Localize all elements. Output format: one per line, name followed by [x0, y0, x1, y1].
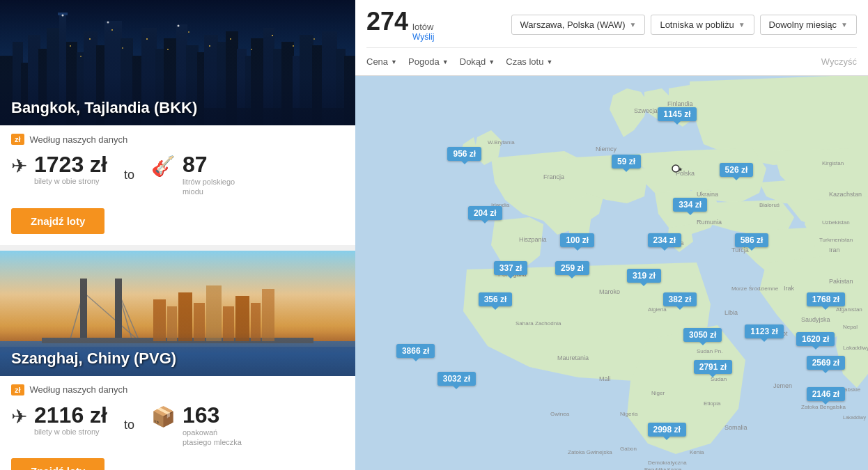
price-bubble-p21[interactable]: 3866 zł [396, 344, 435, 358]
shanghai-price-value: 2116 zł [34, 404, 107, 426]
month-dropdown-arrow: ▼ [841, 21, 848, 29]
origin-dropdown-arrow: ▼ [630, 21, 637, 29]
svg-text:Turkmenistan: Turkmenistan [819, 237, 853, 243]
price-bubble-p2[interactable]: 1145 zł [658, 107, 696, 121]
price-bubble-p6[interactable]: 334 zł [673, 198, 707, 212]
to-text-bangkok: to [124, 168, 134, 182]
svg-text:Turcja: Turcja [731, 246, 749, 253]
svg-text:Iran: Iran [829, 246, 840, 253]
svg-text:Afganistan: Afganistan [836, 306, 862, 313]
price-bubble-p5[interactable]: 204 zł [468, 206, 502, 220]
flights-label-text: lotów [412, 22, 434, 32]
price-bubble-p1[interactable]: 956 zł [447, 147, 481, 161]
svg-text:Jemen: Jemen [773, 382, 792, 389]
price-bubble-p12[interactable]: 319 zł [627, 269, 661, 283]
svg-text:Ukraina: Ukraina [697, 191, 718, 198]
price-bubble-p23[interactable]: 2146 zł [807, 387, 845, 401]
svg-text:Rumunia: Rumunia [697, 219, 722, 226]
month-dropdown[interactable]: Dowolny miesiąc ▼ [760, 15, 857, 35]
price-bubble-p9[interactable]: 586 zł [735, 233, 769, 247]
price-bubble-p11[interactable]: 259 zł [555, 261, 589, 275]
flights-count: 274 lotów Wyślij [366, 7, 434, 42]
price-bubble-p19[interactable]: 2569 zł [807, 356, 845, 370]
svg-text:Finlandia: Finlandia [667, 100, 693, 107]
price-bubble-p13[interactable]: 356 zł [479, 292, 513, 306]
filter-czas-lotu[interactable]: Czas lotu ▼ [506, 54, 564, 70]
svg-text:Kirgistan: Kirgistan [822, 160, 844, 166]
filter-dokad[interactable]: Dokąd ▼ [460, 54, 506, 70]
price-bubble-p8[interactable]: 234 zł [648, 233, 682, 247]
svg-text:Sahara Zachodnia: Sahara Zachodnia [516, 320, 561, 327]
svg-text:Uzbekistan: Uzbekistan [822, 219, 850, 226]
honey-icon: 🎸 [151, 155, 176, 178]
bangkok-price-info: 1723 zł bilety w obie strony [34, 153, 107, 185]
month-dropdown-label: Dowolny miesiąc [769, 19, 837, 30]
bangkok-badge: zł [11, 134, 24, 145]
svg-text:Szwecja: Szwecja [634, 107, 658, 114]
svg-text:Zatoka Bengalska: Zatoka Bengalska [801, 404, 846, 410]
price-bubble-p15[interactable]: 3050 zł [683, 328, 722, 342]
shanghai-price-sub: bilety w obie strony [34, 428, 107, 436]
svg-text:Kenia: Kenia [690, 449, 704, 455]
price-bubble-p17[interactable]: 1768 zł [807, 292, 845, 306]
left-panel: Bangkok, Tajlandia (BKK) zł Według naszy… [0, 0, 355, 470]
filter-pogoda[interactable]: Pogoda ▼ [408, 54, 460, 70]
svg-text:Hiszpania: Hiszpania [519, 236, 547, 243]
clear-button[interactable]: Wyczyść [821, 54, 857, 70]
shanghai-card-body: zł Według naszych danych ✈ 2116 zł bilet… [0, 376, 355, 470]
bangkok-price-sub: bilety w obie strony [34, 177, 107, 185]
shanghai-equiv-sub: opakowań ptasiego mleczka [183, 428, 245, 448]
shanghai-find-button[interactable]: Znajdź loty [11, 458, 104, 470]
map-header-top: 274 lotów Wyślij Warszawa, Polska (WAW) … [366, 0, 857, 48]
svg-text:Republika Konga: Republika Konga [644, 467, 681, 470]
shanghai-price-block: ✈ 2116 zł bilety w obie strony [11, 404, 107, 436]
nearby-dropdown[interactable]: Lotniska w pobliżu ▼ [651, 15, 754, 35]
bangkok-badge-row: zł Według naszych danych [11, 134, 344, 145]
svg-text:★: ★ [678, 166, 683, 173]
origin-dropdown[interactable]: Warszawa, Polska (WAW) ▼ [511, 15, 646, 35]
price-bubble-p3[interactable]: 59 zł [612, 155, 641, 169]
svg-text:Niemcy: Niemcy [596, 146, 617, 152]
filter-dokad-label: Dokąd [460, 56, 486, 67]
card-image-shanghai: Szanghaj, Chiny (PVG) [0, 251, 355, 376]
shanghai-equiv-block: 📦 163 opakowań ptasiego mleczka [151, 404, 245, 448]
price-bubble-p14[interactable]: 382 zł [663, 292, 697, 306]
price-bubble-p18[interactable]: 1620 zł [796, 332, 835, 346]
nearby-dropdown-label: Lotniska w pobliżu [660, 19, 734, 30]
bangkok-price-value: 1723 zł [34, 153, 107, 175]
plane-icon-bangkok: ✈ [11, 155, 27, 178]
filter-cena[interactable]: Cena ▼ [366, 54, 408, 70]
svg-text:Pakistan: Pakistan [829, 278, 853, 285]
svg-text:Etiopia: Etiopia [704, 400, 721, 407]
svg-text:Somalia: Somalia [724, 424, 747, 431]
map-header-filters: Cena ▼ Pogoda ▼ Dokąd ▼ Czas lotu ▼ Wycz… [366, 48, 857, 75]
svg-text:Algieria: Algieria [648, 306, 667, 313]
price-bubble-p7[interactable]: 100 zł [560, 233, 594, 247]
map-area: Szwecja Finlandia Niemcy Francja Hiszpan… [355, 76, 868, 470]
filter-czas-lotu-label: Czas lotu [506, 56, 543, 67]
filter-cena-label: Cena [366, 56, 388, 67]
bangkok-equiv-sub: litrów polskiego miodu [183, 177, 245, 197]
price-bubble-p22[interactable]: 3032 zł [437, 372, 476, 386]
shanghai-price-info: 2116 zł bilety w obie strony [34, 404, 107, 436]
price-bubble-p20[interactable]: 2791 zł [694, 360, 732, 374]
svg-text:Kazachstan: Kazachstan [829, 191, 862, 198]
shanghai-badge: zł [11, 384, 24, 395]
svg-text:Irak: Irak [784, 285, 795, 292]
shanghai-according-text: Według naszych danych [30, 384, 128, 395]
svg-text:Zatoka Gwinejska: Zatoka Gwinejska [568, 449, 612, 455]
bangkok-find-button[interactable]: Znajdź loty [11, 208, 104, 234]
svg-text:Gabon: Gabon [620, 446, 637, 452]
price-bubble-p10[interactable]: 337 zł [494, 261, 528, 275]
svg-text:Sudan Pn.: Sudan Pn. [697, 348, 722, 354]
filter-pogoda-label: Pogoda [408, 56, 440, 67]
destination-card-bangkok: Bangkok, Tajlandia (BKK) zł Według naszy… [0, 0, 355, 245]
flights-send-link[interactable]: Wyślij [412, 32, 434, 42]
svg-text:Niger: Niger [651, 390, 665, 396]
shanghai-badge-row: zł Według naszych danych [11, 384, 344, 395]
svg-text:Maroko: Maroko [599, 288, 620, 295]
bangkok-equiv-value: 87 [183, 153, 245, 175]
price-bubble-p16[interactable]: 1123 zł [745, 324, 783, 338]
price-bubble-p24[interactable]: 2998 zł [648, 423, 686, 437]
price-bubble-p4[interactable]: 526 zł [720, 163, 754, 177]
